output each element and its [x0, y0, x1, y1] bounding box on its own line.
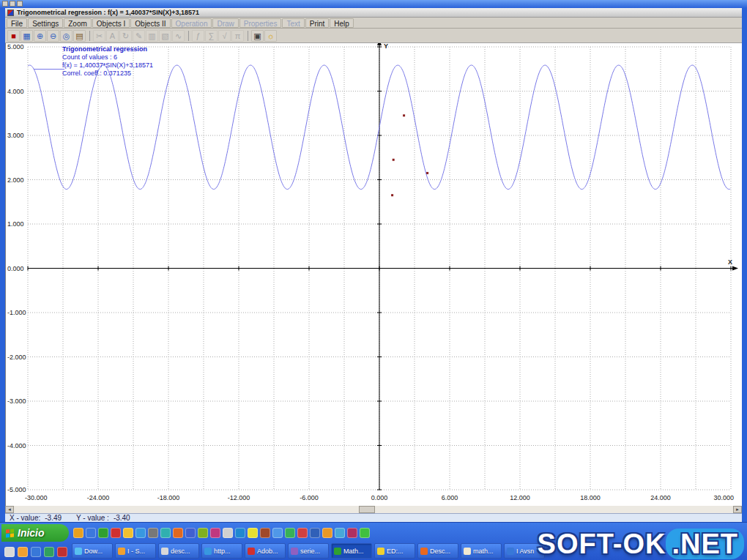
quick-launch-icon[interactable]: [322, 528, 332, 538]
cut-icon: ✂: [93, 30, 105, 42]
toolbar: ■▦⊕⊖◎▤✂A↻✎▥▧∿ƒ∑√π▣☼: [5, 29, 742, 43]
y-tick-label: -3.000: [7, 397, 26, 405]
x-axis-arrow-icon: [732, 266, 738, 271]
quick-launch-icon[interactable]: [98, 528, 108, 538]
window-title: Trigonometrical regression : f(x) = 1,40…: [17, 9, 199, 16]
quick-launch-icon[interactable]: [248, 528, 258, 538]
toolbar-separator: [89, 31, 90, 41]
quick-launch-icon[interactable]: [198, 528, 208, 538]
taskbar-button-dow[interactable]: Dow...: [72, 543, 113, 559]
taskbar-button-math[interactable]: math...: [461, 543, 502, 559]
legend-correlation: Correl. coeff.: 0.371235: [62, 70, 218, 78]
taskbar-button-ed[interactable]: ED:...: [374, 543, 415, 559]
record-icon[interactable]: ■: [7, 30, 20, 42]
watermark: SOFT-OK.NET: [538, 529, 744, 560]
quick-launch-icon[interactable]: [347, 528, 357, 538]
quick-launch-icon[interactable]: [297, 528, 308, 538]
print-icon[interactable]: ▣: [251, 30, 264, 42]
quick-launch-icon[interactable]: [310, 528, 320, 538]
task-window-label: ED:...: [387, 548, 404, 555]
x-tick-label: 30.000: [713, 494, 734, 501]
hint-icon[interactable]: ☼: [264, 30, 277, 42]
menu-objects-ii[interactable]: Objects II: [130, 18, 170, 28]
plot-area[interactable]: XY-30.000-24.000-18.000-12.000-6.0000.00…: [5, 43, 742, 506]
task-window-icon: [420, 548, 428, 555]
line-chart-icon: ∿: [172, 30, 185, 42]
quick-launch-icon[interactable]: [31, 547, 41, 557]
app-window: Trigonometrical regression : f(x) = 1,40…: [5, 8, 742, 522]
quick-launch-icon[interactable]: [272, 528, 283, 538]
quick-launch-icon[interactable]: [135, 528, 146, 538]
toolbar-separator: [188, 31, 189, 41]
quick-launch-icon[interactable]: [123, 528, 133, 538]
task-window-label: Math...: [343, 548, 364, 555]
taskbar-button-serie[interactable]: serie...: [288, 543, 329, 559]
y-tick-label: -4.000: [7, 442, 26, 449]
quick-launch-bar: [73, 525, 370, 541]
taskbar-button-adob[interactable]: Adob...: [245, 543, 286, 559]
y-tick-label: 2.000: [7, 176, 24, 184]
quick-launch-icon[interactable]: [160, 528, 171, 538]
quick-launch-icon[interactable]: [173, 528, 183, 538]
menu-settings[interactable]: Settings: [28, 18, 63, 28]
scroll-right-icon[interactable]: ►: [733, 506, 742, 513]
quick-launch-icon[interactable]: [148, 528, 158, 538]
x-tick-label: 0.000: [371, 494, 388, 501]
menu-print[interactable]: Print: [305, 18, 330, 28]
zoom-out-icon[interactable]: ⊖: [47, 30, 59, 42]
scrollbar-track[interactable]: [14, 506, 733, 513]
sum-icon: ∑: [205, 30, 218, 42]
y-tick-label: -5.000: [7, 486, 26, 493]
quick-launch-icon[interactable]: [360, 528, 370, 538]
quick-launch-icon[interactable]: [44, 547, 54, 557]
watermark-part2: OK: [622, 529, 666, 559]
quick-launch-icon[interactable]: [335, 528, 345, 538]
quick-launch-icon[interactable]: [73, 528, 83, 538]
y-tick-label: 3.000: [7, 132, 24, 139]
taskbar-button-math[interactable]: Math...: [331, 543, 372, 559]
quick-launch-icon[interactable]: [4, 547, 15, 557]
chart-icon[interactable]: ▦: [21, 30, 33, 42]
zoom-in-icon[interactable]: ⊕: [34, 30, 46, 42]
menu-zoom[interactable]: Zoom: [64, 18, 92, 28]
quick-launch-icon[interactable]: [223, 528, 233, 538]
outer-close-button[interactable]: [17, 1, 23, 7]
quick-launch-icon[interactable]: [210, 528, 220, 538]
pencil-icon: ✎: [133, 30, 145, 42]
menu-objects-i[interactable]: Objects I: [92, 18, 130, 28]
zoom-window-icon[interactable]: ◎: [60, 30, 73, 42]
function-icon: ƒ: [192, 30, 204, 42]
y-tick-label: -2.000: [7, 354, 26, 361]
menu-file[interactable]: File: [7, 18, 27, 28]
taskbar-button-http[interactable]: http...: [201, 543, 242, 559]
taskbar-button-desc[interactable]: desc...: [158, 543, 199, 559]
task-window-icon: [204, 548, 212, 555]
task-window-icon: [75, 548, 82, 555]
taskbar-button-i-s[interactable]: I - S...: [115, 543, 156, 559]
title-bar[interactable]: Trigonometrical regression : f(x) = 1,40…: [5, 8, 742, 18]
outer-minimize-button[interactable]: [2, 1, 8, 7]
outer-restore-button[interactable]: [10, 1, 15, 7]
menu-help[interactable]: Help: [330, 18, 354, 28]
quick-launch-icon[interactable]: [285, 528, 295, 538]
scrollbar-thumb[interactable]: [359, 506, 375, 513]
status-x-label: X - value:: [10, 514, 40, 522]
watermark-part1: SOFT-: [538, 529, 623, 559]
quick-launch-icon[interactable]: [235, 528, 245, 538]
start-button[interactable]: Inicio: [1, 524, 69, 542]
quick-launch-icon[interactable]: [260, 528, 270, 538]
legend: Trigonometrical regression Count of valu…: [28, 45, 218, 78]
scroll-left-icon[interactable]: ◄: [5, 506, 14, 513]
quick-launch-icon[interactable]: [57, 547, 67, 557]
task-window-icon: [118, 548, 125, 555]
quick-launch-bar-row2: [4, 545, 67, 559]
quick-launch-icon[interactable]: [185, 528, 196, 538]
options-icon[interactable]: ▤: [73, 30, 86, 42]
quick-launch-icon[interactable]: [111, 528, 121, 538]
quick-launch-icon[interactable]: [18, 547, 28, 557]
quick-launch-icon[interactable]: [86, 528, 96, 538]
task-window-label: Dow...: [84, 548, 103, 555]
taskbar-button-desc[interactable]: Desc...: [417, 543, 458, 559]
horizontal-scrollbar[interactable]: ◄ ►: [5, 506, 742, 513]
task-window-label: http...: [214, 548, 231, 555]
